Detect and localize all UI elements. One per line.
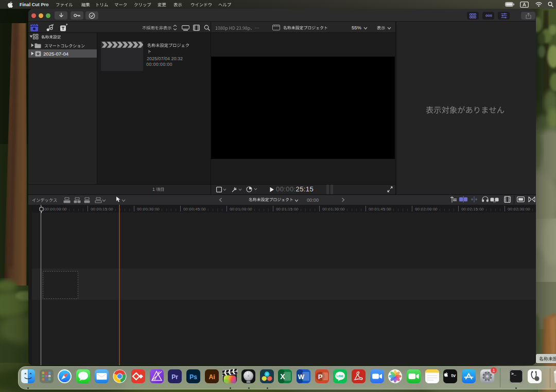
svg-text:Ai: Ai <box>208 373 215 381</box>
svg-text:Pr: Pr <box>171 373 178 381</box>
svg-text:LINE: LINE <box>337 375 344 378</box>
svg-text:X: X <box>281 372 286 381</box>
svg-text:W: W <box>298 373 305 381</box>
svg-text:Ps: Ps <box>189 373 197 381</box>
svg-text:>_: >_ <box>511 371 516 376</box>
svg-text:P: P <box>318 373 322 381</box>
svg-text:tv: tv <box>451 372 456 378</box>
